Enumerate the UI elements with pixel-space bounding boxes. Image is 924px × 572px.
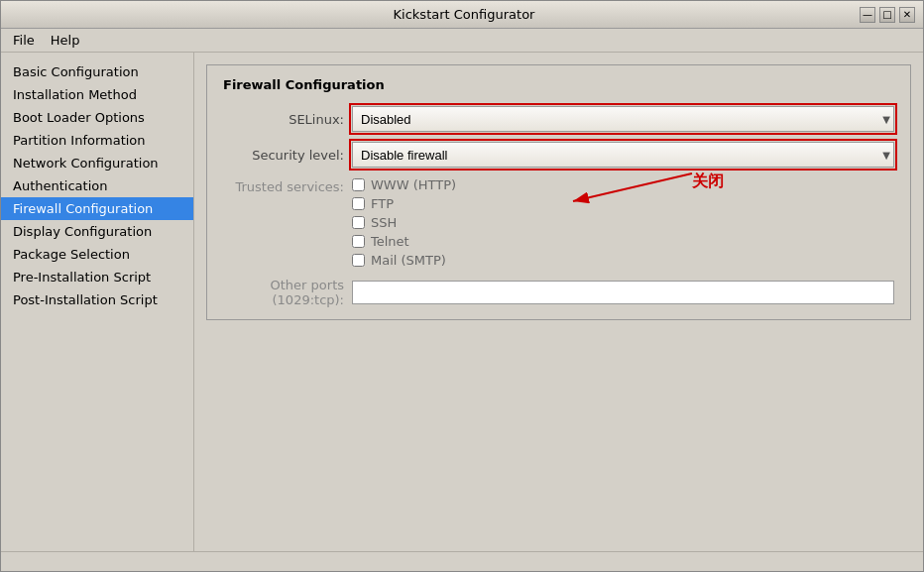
sidebar-item-partition-information[interactable]: Partition Information (1, 129, 193, 152)
selinux-dropdown[interactable]: DisabledEnforcingPermissive (352, 106, 894, 132)
other-ports-input[interactable] (352, 281, 894, 304)
service-label-telnet: Telnet (371, 234, 409, 249)
selinux-row: SELinux: DisabledEnforcingPermissive ▼ (223, 106, 894, 132)
service-label-mail-smtp: Mail (SMTP) (371, 253, 446, 268)
sidebar-item-firewall-configuration[interactable]: Firewall Configuration (1, 197, 193, 220)
sidebar-item-network-configuration[interactable]: Network Configuration (1, 152, 193, 174)
other-ports-row: Other ports (1029:tcp): (223, 278, 894, 307)
trusted-services-section: Trusted services: WWW (HTTP)FTPSSHTelnet… (223, 177, 894, 268)
main-content: Basic ConfigurationInstallation MethodBo… (1, 53, 923, 551)
section-title: Firewall Configuration (223, 77, 894, 92)
main-window: Kickstart Configurator — □ ✕ File Help B… (0, 0, 924, 572)
trusted-services-label: Trusted services: (223, 177, 352, 194)
firewall-section: Firewall Configuration SELinux: Disabled… (206, 64, 911, 320)
sidebar-item-authentication[interactable]: Authentication (1, 174, 193, 197)
service-checkbox-ftp[interactable] (352, 197, 365, 210)
service-checkbox-telnet[interactable] (352, 235, 365, 248)
services-checkboxes: WWW (HTTP)FTPSSHTelnetMail (SMTP) (352, 177, 456, 268)
service-checkbox-mail-smtp[interactable] (352, 254, 365, 267)
security-level-row: Security level: Disable firewallEnable f… (223, 142, 894, 168)
window-bottom (1, 551, 923, 571)
other-ports-label: Other ports (1029:tcp): (223, 278, 352, 307)
right-panel-inner: 关闭 Firewall Configuration SELinux: Disab… (206, 64, 911, 320)
menu-help[interactable]: Help (43, 31, 88, 50)
selinux-control: DisabledEnforcingPermissive ▼ (352, 106, 894, 132)
sidebar-item-basic-configuration[interactable]: Basic Configuration (1, 60, 193, 83)
sidebar-item-boot-loader-options[interactable]: Boot Loader Options (1, 106, 193, 129)
service-row-mail-smtp: Mail (SMTP) (352, 253, 456, 268)
sidebar-item-installation-method[interactable]: Installation Method (1, 83, 193, 106)
sidebar: Basic ConfigurationInstallation MethodBo… (1, 53, 194, 551)
maximize-button[interactable]: □ (879, 7, 895, 23)
sidebar-item-pre-installation-script[interactable]: Pre-Installation Script (1, 266, 193, 288)
close-button[interactable]: ✕ (899, 7, 915, 23)
selinux-label: SELinux: (223, 112, 352, 127)
sidebar-item-package-selection[interactable]: Package Selection (1, 243, 193, 266)
window-controls: — □ ✕ (860, 7, 915, 23)
service-label-www-http: WWW (HTTP) (371, 177, 456, 192)
sidebar-item-post-installation-script[interactable]: Post-Installation Script (1, 288, 193, 311)
menu-file[interactable]: File (5, 31, 43, 50)
security-level-control: Disable firewallEnable firewallNo firewa… (352, 142, 894, 168)
service-row-ftp: FTP (352, 196, 456, 211)
window-title: Kickstart Configurator (68, 7, 860, 22)
menu-bar: File Help (1, 29, 923, 53)
security-level-dropdown[interactable]: Disable firewallEnable firewallNo firewa… (352, 142, 894, 168)
service-checkbox-www-http[interactable] (352, 178, 365, 191)
minimize-button[interactable]: — (860, 7, 875, 23)
service-row-ssh: SSH (352, 215, 456, 230)
service-label-ftp: FTP (371, 196, 394, 211)
service-label-ssh: SSH (371, 215, 397, 230)
title-bar: Kickstart Configurator — □ ✕ (1, 1, 923, 29)
service-row-telnet: Telnet (352, 234, 456, 249)
service-checkbox-ssh[interactable] (352, 216, 365, 229)
sidebar-item-display-configuration[interactable]: Display Configuration (1, 220, 193, 243)
service-row-www-http: WWW (HTTP) (352, 177, 456, 192)
security-level-label: Security level: (223, 148, 352, 163)
right-panel: 关闭 Firewall Configuration SELinux: Disab… (194, 53, 923, 551)
